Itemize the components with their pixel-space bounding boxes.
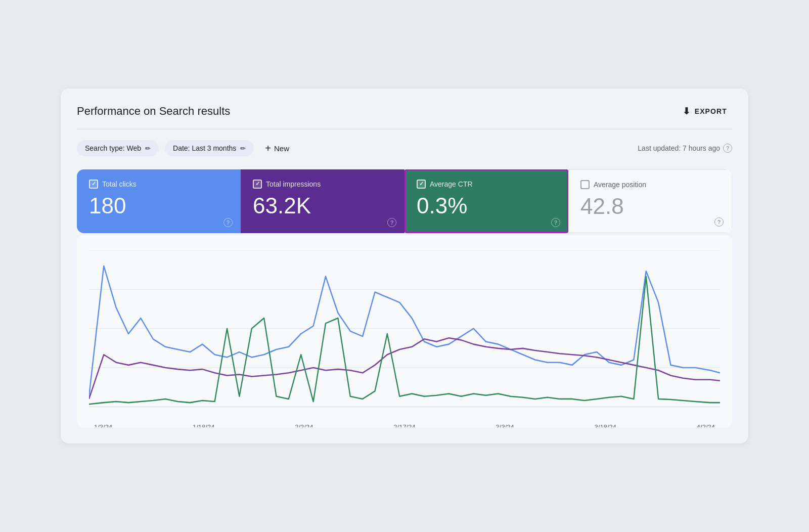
total-impressions-checkbox[interactable]	[253, 180, 262, 189]
performance-chart	[89, 250, 720, 417]
x-label-1: 1/18/24	[193, 423, 214, 427]
average-position-checkbox[interactable]	[580, 180, 590, 189]
chart-area: 1/3/24 1/18/24 2/2/24 2/17/24 3/3/24 3/1…	[77, 235, 732, 427]
metrics-row: Total clicks 180 ? Total impressions 63.…	[77, 169, 732, 233]
x-label-6: 4/2/24	[697, 423, 715, 427]
average-ctr-info-icon[interactable]: ?	[551, 218, 560, 227]
x-label-5: 3/18/24	[595, 423, 616, 427]
average-ctr-value: 0.3%	[417, 194, 556, 218]
total-clicks-info-icon[interactable]: ?	[223, 218, 233, 227]
new-button[interactable]: + New	[260, 140, 294, 157]
total-clicks-checkbox[interactable]	[89, 180, 98, 189]
search-type-filter[interactable]: Search type: Web ✏	[77, 140, 159, 156]
edit-icon: ✏	[145, 145, 151, 152]
total-impressions-value: 63.2K	[253, 194, 392, 218]
total-clicks-value: 180	[89, 194, 229, 218]
main-card: Performance on Search results ⬇ EXPORT S…	[61, 88, 748, 444]
chart-x-labels: 1/3/24 1/18/24 2/2/24 2/17/24 3/3/24 3/1…	[89, 419, 720, 427]
metric-average-ctr[interactable]: Average CTR 0.3% ?	[404, 169, 568, 233]
header-divider	[77, 129, 732, 129]
download-icon: ⬇	[683, 106, 691, 117]
average-position-value: 42.8	[580, 194, 720, 218]
x-label-2: 2/2/24	[295, 423, 313, 427]
date-filter[interactable]: Date: Last 3 months ✏	[165, 140, 254, 156]
export-button[interactable]: ⬇ EXPORT	[678, 103, 732, 120]
average-position-info-icon[interactable]: ?	[714, 217, 724, 227]
x-label-4: 3/3/24	[496, 423, 514, 427]
metric-total-impressions[interactable]: Total impressions 63.2K ?	[241, 169, 404, 233]
metric-average-position[interactable]: Average position 42.8 ?	[568, 169, 732, 233]
x-label-3: 2/17/24	[393, 423, 415, 427]
total-clicks-label: Total clicks	[102, 180, 137, 188]
last-updated-info-icon[interactable]: ?	[723, 144, 732, 153]
total-impressions-label: Total impressions	[266, 180, 321, 188]
edit-icon-date: ✏	[240, 145, 246, 152]
average-position-label: Average position	[594, 181, 646, 189]
metric-total-clicks[interactable]: Total clicks 180 ?	[77, 169, 241, 233]
x-label-0: 1/3/24	[94, 423, 112, 427]
average-ctr-checkbox[interactable]	[417, 180, 426, 189]
last-updated-text: Last updated: 7 hours ago ?	[638, 144, 732, 153]
total-impressions-info-icon[interactable]: ?	[387, 218, 396, 227]
average-ctr-label: Average CTR	[430, 180, 473, 188]
page-header: Performance on Search results ⬇ EXPORT	[77, 103, 732, 120]
page-title: Performance on Search results	[77, 105, 230, 118]
filter-bar: Search type: Web ✏ Date: Last 3 months ✏…	[77, 140, 732, 157]
plus-icon: +	[265, 143, 271, 154]
